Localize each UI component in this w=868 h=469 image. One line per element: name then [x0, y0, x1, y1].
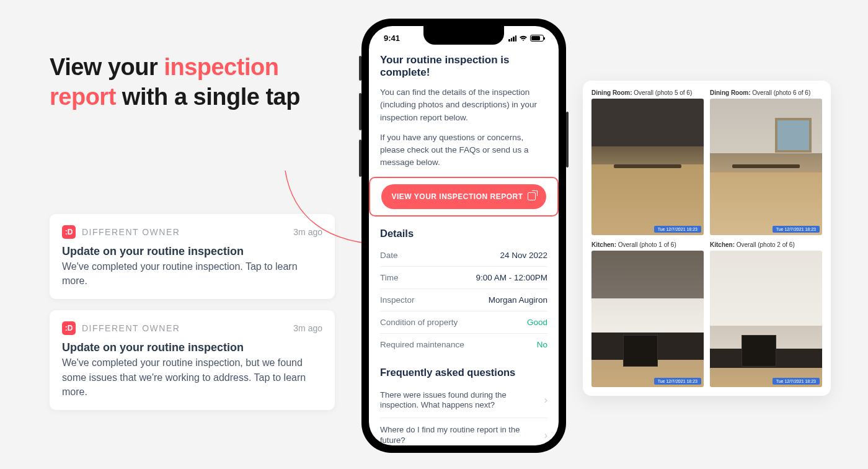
faq-question: There were issues found during the inspe… [380, 390, 538, 411]
photo-caption: Kitchen: Overall (photo 1 of 6) [591, 241, 704, 248]
photo-caption: Dining Room: Overall (photo 5 of 6) [591, 89, 704, 96]
inspection-photo[interactable]: Tue 12/7/2021 18:23 [710, 99, 822, 235]
detail-value: 24 Nov 2022 [500, 251, 547, 260]
detail-label: Condition of property [380, 318, 458, 327]
inspection-photo[interactable]: Tue 12/7/2021 18:23 [710, 251, 822, 387]
detail-label: Inspector [380, 295, 415, 305]
photo-timestamp-badge: Tue 12/7/2021 18:23 [654, 378, 701, 385]
wifi-icon [519, 35, 528, 42]
faq-question: Where do I find my routine report in the… [380, 425, 538, 445]
inspection-photo[interactable]: Tue 12/7/2021 18:23 [591, 99, 704, 235]
detail-row: Condition of property Good [380, 311, 547, 334]
cta-highlight-box: VIEW YOUR INSPECTION REPORT [369, 177, 559, 217]
app-logo-icon: :D [62, 225, 76, 239]
status-clock: 9:41 [384, 34, 400, 43]
notification-body: We've completed your routine inspection,… [62, 355, 322, 399]
app-logo-icon: :D [62, 321, 76, 335]
page-title: Your routine inspection is complete! [380, 54, 547, 79]
detail-row: Time 9:00 AM - 12:00PM [380, 267, 547, 289]
detail-value: Good [527, 318, 547, 327]
phone-notch [423, 26, 504, 45]
headline-part1: View your [50, 54, 164, 80]
report-photo-cell: Dining Room: Overall (photo 6 of 6) Tue … [710, 89, 822, 235]
detail-label: Required maintenance [380, 340, 464, 349]
chevron-right-icon: › [544, 395, 547, 406]
signal-icon [508, 35, 516, 42]
photo-caption: Kitchen: Overall (photo 2 of 6) [710, 241, 822, 248]
faq-item[interactable]: There were issues found during the inspe… [380, 383, 547, 419]
photo-caption: Dining Room: Overall (photo 6 of 6) [710, 89, 822, 96]
report-photo-cell: Kitchen: Overall (photo 1 of 6) Tue 12/7… [591, 241, 704, 387]
photo-timestamp-badge: Tue 12/7/2021 18:23 [773, 378, 820, 385]
faq-heading: Frequently asked questions [380, 367, 547, 378]
phone-mockup: 9:41 Your routine inspection is complete… [361, 19, 566, 453]
chevron-right-icon: › [544, 430, 547, 441]
notification-app-name: DIFFERENT OWNER [82, 323, 287, 333]
notification-app-name: DIFFERENT OWNER [82, 227, 287, 237]
external-link-icon [528, 192, 536, 200]
report-photo-cell: Kitchen: Overall (photo 2 of 6) Tue 12/7… [710, 241, 822, 387]
intro-paragraph-1: You can find the details of the inspecti… [380, 86, 547, 124]
inspection-photo[interactable]: Tue 12/7/2021 18:23 [591, 251, 704, 387]
notification-time: 3m ago [293, 323, 322, 333]
view-report-button[interactable]: VIEW YOUR INSPECTION REPORT [381, 184, 546, 209]
notification-title: Update on your routine inspection [62, 341, 322, 354]
detail-value: No [537, 340, 547, 349]
photo-timestamp-badge: Tue 12/7/2021 18:23 [654, 226, 701, 233]
inspection-report-preview: Dining Room: Overall (photo 5 of 6) Tue … [583, 81, 831, 396]
notification-card[interactable]: :D DIFFERENT OWNER 3m ago Update on your… [50, 310, 335, 410]
detail-label: Time [380, 273, 399, 282]
details-heading: Details [380, 228, 547, 239]
view-report-button-label: VIEW YOUR INSPECTION REPORT [392, 192, 523, 201]
intro-paragraph-2: If you have any questions or concerns, p… [380, 132, 547, 169]
report-photo-cell: Dining Room: Overall (photo 5 of 6) Tue … [591, 89, 704, 235]
detail-row: Date 24 Nov 2022 [380, 244, 547, 267]
detail-label: Date [380, 251, 398, 260]
battery-icon [530, 35, 544, 42]
faq-item[interactable]: Where do I find my routine report in the… [380, 418, 547, 445]
headline-part2: with a single tap [116, 84, 300, 110]
detail-row: Inspector Morgan Augiron [380, 289, 547, 311]
marketing-headline: View your inspection report with a singl… [50, 53, 335, 112]
detail-value: Morgan Augiron [489, 295, 547, 305]
photo-timestamp-badge: Tue 12/7/2021 18:23 [773, 226, 820, 233]
detail-row: Required maintenance No [380, 334, 547, 355]
detail-value: 9:00 AM - 12:00PM [476, 273, 547, 282]
